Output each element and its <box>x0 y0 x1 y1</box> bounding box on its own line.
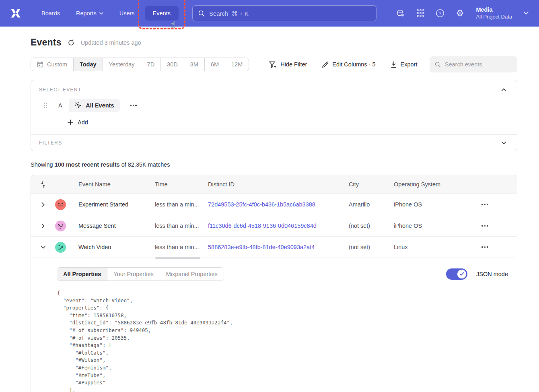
event-avatar <box>55 221 66 231</box>
table-row-expanded[interactable]: Watch Video less than a min... 5886283e-… <box>31 237 517 258</box>
chevron-down-icon <box>524 12 529 14</box>
step-letter: A <box>58 102 62 109</box>
event-selector-pill[interactable]: All Events <box>69 99 120 112</box>
horizontal-scrollbar-thumb[interactable] <box>155 257 200 259</box>
event-name: Experiment Started <box>74 201 150 208</box>
sort-button[interactable] <box>31 181 55 188</box>
expand-row-button[interactable] <box>31 223 55 229</box>
date-range-7d[interactable]: 7D <box>141 58 161 71</box>
search-icon <box>435 61 441 68</box>
event-avatar <box>55 242 66 253</box>
add-event-button[interactable]: Add <box>68 119 88 126</box>
search-events-input[interactable] <box>445 61 512 68</box>
event-city: Amarillo <box>344 201 389 208</box>
tab-your-properties[interactable]: Your Properties <box>107 268 159 281</box>
hide-filter-button[interactable]: Hide Filter <box>269 61 307 68</box>
column-header-event-name[interactable]: Event Name <box>74 181 150 188</box>
project-switcher[interactable]: Media All Project Data <box>476 6 512 21</box>
chevron-up-icon <box>501 88 506 91</box>
event-os: iPhone OS <box>389 201 465 208</box>
refresh-icon[interactable] <box>68 39 75 46</box>
expand-row-button[interactable] <box>31 202 55 207</box>
query-builder-card: SELECT EVENT A <box>31 80 517 151</box>
drag-handle-icon[interactable] <box>43 102 47 109</box>
json-mode-label: JSON mode <box>476 271 508 277</box>
column-header-time[interactable]: Time <box>150 181 203 188</box>
date-range-yesterday[interactable]: Yesterday <box>103 58 141 71</box>
event-time: less than a min... <box>150 223 203 229</box>
pencil-icon <box>322 61 329 68</box>
json-mode-toggle[interactable] <box>446 268 467 280</box>
tab-mixpanel-properties[interactable]: Mixpanel Properties <box>160 268 224 281</box>
filters-label: FILTERS <box>39 140 62 146</box>
project-scope: All Project Data <box>476 14 512 21</box>
apps-grid-icon[interactable] <box>416 9 425 18</box>
distinct-id-link[interactable]: 72d49553-25fc-4f0c-b436-1b5ac6ab3388 <box>203 201 344 208</box>
help-icon[interactable]: ? <box>436 9 444 18</box>
settings-gear-icon[interactable]: ⚙ <box>455 9 464 18</box>
results-summary: Showing 100 most recent results of 82.35… <box>31 161 517 168</box>
date-range-6m[interactable]: 6M <box>204 58 225 71</box>
distinct-id-link[interactable]: 5886283e-e9fb-48fb-81de-40e9093a2af4 <box>203 244 344 250</box>
column-header-city[interactable]: City <box>344 181 389 188</box>
event-name: Message Sent <box>74 223 150 229</box>
nav-item-label: Boards <box>41 10 60 17</box>
table-header-row: Event Name Time Distinct ID City Operati… <box>31 175 517 194</box>
check-icon <box>459 272 464 276</box>
date-range-selector: Custom Today Yesterday 7D 30D 3M 6M 12M <box>31 58 249 71</box>
nav-item-events[interactable]: Events <box>145 6 179 21</box>
event-more-options-button[interactable] <box>128 102 139 109</box>
nav-item-label: Events <box>153 10 171 17</box>
export-button[interactable]: Export <box>391 61 418 68</box>
nav-item-label: Reports <box>76 10 97 17</box>
row-more-options-button[interactable] <box>465 204 517 205</box>
event-city: (not set) <box>344 244 389 250</box>
chevron-down-icon <box>99 12 103 14</box>
search-icon <box>198 10 205 17</box>
plus-icon <box>68 120 73 125</box>
table-row[interactable]: Experiment Started less than a min... 72… <box>31 194 517 215</box>
date-range-custom[interactable]: Custom <box>31 58 73 71</box>
distinct-id-link[interactable]: f11c30d6-dc6d-4518-9136-0d046159c84d <box>203 223 344 229</box>
page-title: Events <box>31 37 62 48</box>
event-avatar <box>55 199 66 210</box>
expand-filters-button[interactable] <box>499 140 509 145</box>
tab-all-properties[interactable]: All Properties <box>57 268 107 281</box>
updated-timestamp: Updated 3 minutes ago <box>81 39 141 46</box>
event-detail-panel: All Properties Your Properties Mixpanel … <box>31 258 517 392</box>
chevron-right-icon <box>41 202 45 207</box>
date-range-30d[interactable]: 30D <box>160 58 184 71</box>
date-range-today[interactable]: Today <box>73 58 103 71</box>
global-search-input[interactable] <box>209 10 370 17</box>
nav-item-boards[interactable]: Boards <box>35 6 66 21</box>
date-range-12m[interactable]: 12M <box>225 58 249 71</box>
data-management-icon[interactable] <box>396 9 405 18</box>
click-cursor-icon <box>75 102 82 109</box>
calendar-icon <box>37 61 43 68</box>
project-name: Media <box>476 6 512 14</box>
event-name: Watch Video <box>74 244 150 250</box>
download-icon <box>391 61 397 68</box>
search-events-box[interactable] <box>430 56 517 72</box>
properties-tabs: All Properties Your Properties Mixpanel … <box>57 267 224 281</box>
collapse-section-button[interactable] <box>499 87 509 92</box>
table-row[interactable]: Message Sent less than a min... f11c30d6… <box>31 215 517 237</box>
column-header-os[interactable]: Operating System <box>389 181 465 188</box>
column-header-distinct-id[interactable]: Distinct ID <box>203 181 344 188</box>
nav-item-reports[interactable]: Reports <box>70 6 109 21</box>
date-range-3m[interactable]: 3M <box>184 58 204 71</box>
svg-text:?: ? <box>439 11 441 16</box>
collapse-row-button[interactable] <box>31 246 55 249</box>
global-search[interactable] <box>192 5 376 21</box>
event-city: (not set) <box>344 223 389 229</box>
event-time: less than a min... <box>150 244 203 251</box>
row-more-options-button[interactable] <box>465 225 517 227</box>
toggle-knob <box>457 270 466 279</box>
row-more-options-button[interactable] <box>465 246 517 248</box>
chevron-right-icon <box>41 223 45 229</box>
nav-item-users[interactable]: Users <box>113 6 141 21</box>
mixpanel-logo-icon[interactable] <box>10 8 21 18</box>
chevron-down-icon <box>501 141 506 144</box>
events-table: Event Name Time Distinct ID City Operati… <box>31 175 517 392</box>
edit-columns-button[interactable]: Edit Columns · 5 <box>322 61 375 68</box>
